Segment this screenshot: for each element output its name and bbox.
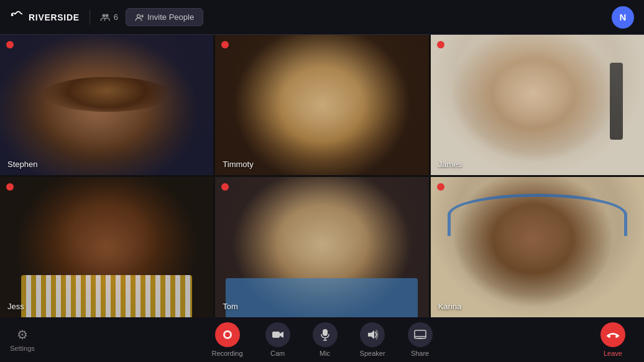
svg-rect-8	[272, 332, 280, 338]
speaker-label: Speaker	[360, 350, 385, 357]
toolbar-left: ⚙ Settings	[10, 327, 35, 352]
video-cell-jess: Jess	[0, 177, 213, 317]
mic-button[interactable]: Mic	[304, 319, 346, 361]
share-icon-wrap	[408, 322, 433, 347]
record-icon	[222, 329, 233, 340]
phone-end-icon	[607, 330, 619, 339]
rec-dot-karina	[437, 183, 444, 191]
svg-rect-12	[415, 330, 426, 338]
invite-people-button[interactable]: Invite People	[126, 8, 203, 26]
video-grid: Stephen Timmoty James Jess Tom	[0, 35, 644, 317]
participants-badge: 6	[100, 12, 118, 22]
svg-point-14	[608, 335, 610, 338]
mic-label: Mic	[320, 350, 330, 357]
mic-icon	[320, 328, 330, 341]
cam-icon-wrap	[265, 322, 290, 347]
leave-button[interactable]: Leave	[592, 319, 634, 361]
svg-point-2	[105, 14, 108, 17]
cam-icon	[272, 330, 284, 339]
add-person-icon	[135, 13, 144, 22]
recording-label: Recording	[211, 350, 242, 357]
svg-point-1	[102, 14, 105, 17]
svg-point-7	[225, 332, 230, 337]
speaker-button[interactable]: Speaker	[351, 319, 394, 361]
share-button[interactable]: Share	[399, 319, 441, 361]
rec-dot-james	[437, 41, 444, 48]
logo-icon	[10, 11, 24, 24]
participant-name-karina: Karina	[438, 302, 462, 311]
participants-icon	[100, 12, 110, 22]
share-label: Share	[411, 350, 429, 357]
user-avatar[interactable]: N	[612, 6, 634, 29]
recording-button[interactable]: Recording	[203, 319, 251, 361]
svg-rect-9	[323, 329, 328, 336]
logo: RIVERSIDE	[10, 11, 80, 24]
cam-label: Cam	[270, 350, 285, 357]
participant-name-jess: Jess	[7, 302, 24, 311]
video-cell-karina: Karina	[431, 177, 644, 317]
participant-name-timmoty: Timmoty	[223, 160, 253, 169]
video-cell-james: James	[431, 35, 644, 175]
video-cell-timmoty: Timmoty	[215, 35, 428, 175]
svg-point-0	[11, 14, 14, 16]
gear-icon: ⚙	[17, 327, 28, 342]
video-cell-stephen: Stephen	[0, 35, 213, 175]
svg-point-15	[615, 335, 618, 338]
leave-label: Leave	[604, 350, 622, 357]
leave-icon-wrap	[600, 322, 625, 347]
logo-text: RIVERSIDE	[29, 12, 80, 22]
header-divider	[90, 10, 90, 25]
avatar-initial: N	[620, 12, 627, 22]
speaker-icon	[366, 329, 379, 340]
share-icon	[414, 330, 426, 340]
record-icon-wrap	[215, 322, 240, 347]
cam-button[interactable]: Cam	[257, 319, 299, 361]
rec-dot-jess	[6, 183, 14, 191]
video-cell-tom: Tom	[215, 177, 428, 317]
participants-count: 6	[114, 12, 118, 22]
rec-dot-stephen	[6, 41, 14, 48]
toolbar: ⚙ Settings Recording Cam	[0, 317, 644, 362]
participant-name-tom: Tom	[223, 302, 238, 311]
settings-label: Settings	[10, 345, 35, 352]
toolbar-right: Leave	[592, 319, 634, 361]
participant-name-stephen: Stephen	[7, 160, 37, 169]
mic-icon-wrap	[313, 322, 338, 347]
participant-name-james: James	[438, 160, 462, 169]
invite-people-label: Invite People	[147, 12, 194, 22]
settings-button[interactable]: ⚙ Settings	[10, 327, 35, 352]
header: RIVERSIDE 6 Invite People N	[0, 0, 644, 35]
svg-point-3	[137, 14, 140, 17]
speaker-icon-wrap	[360, 322, 385, 347]
